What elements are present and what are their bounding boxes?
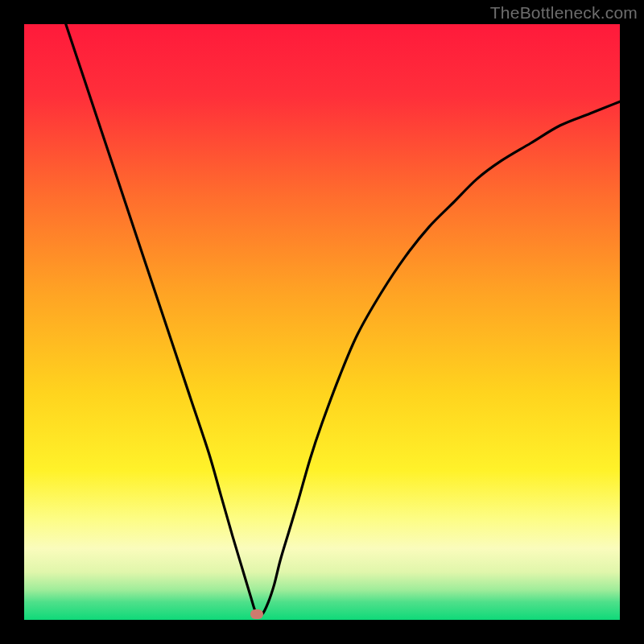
optimum-marker xyxy=(250,609,263,619)
watermark-text: TheBottleneck.com xyxy=(490,3,638,23)
chart-stage: TheBottleneck.com xyxy=(0,0,644,644)
bottleneck-curve xyxy=(24,24,620,620)
plot-area xyxy=(24,24,620,620)
